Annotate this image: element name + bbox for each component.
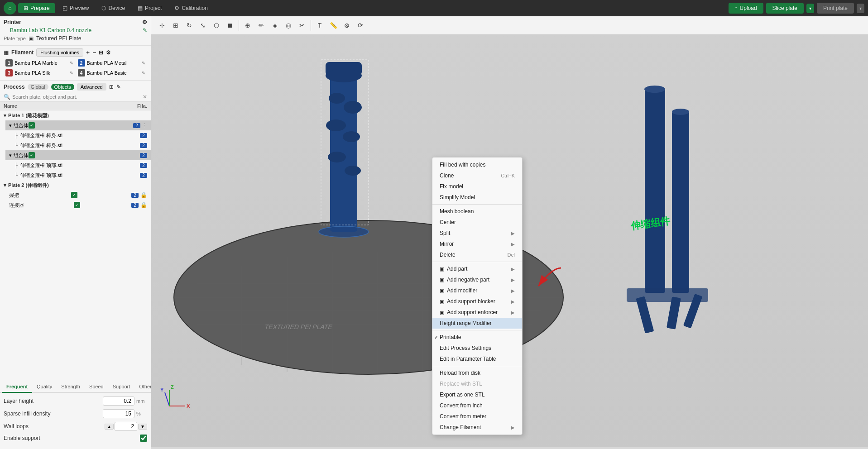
tool-assemble[interactable]: ⊗	[340, 19, 353, 32]
filament-item-3[interactable]: 3 Bambu PLA Silk ✎	[4, 68, 75, 77]
ctx-add-support-blocker[interactable]: ▣ Add support blocker ▶	[432, 296, 522, 307]
ctx-change-filament[interactable]: Change Filament ▶	[432, 422, 522, 433]
filament-gear-icon[interactable]: ⚙	[106, 49, 111, 56]
ctx-add-part[interactable]: ▣ Add part ▶	[432, 263, 522, 274]
plate-2-row[interactable]: ▾ Plate 2 (伸缩组件)	[0, 180, 151, 190]
tab-others[interactable]: Others	[134, 381, 151, 393]
ctx-split[interactable]: Split ▶	[432, 228, 522, 239]
filament-edit-4[interactable]: ✎	[142, 71, 145, 76]
wall-loops-input[interactable]	[115, 422, 137, 431]
tool-move[interactable]: ⊹	[156, 19, 168, 32]
slice-button[interactable]: Slice plate	[766, 3, 804, 14]
wall-loops-up[interactable]: ▼	[138, 424, 147, 430]
plate-type-value[interactable]: Textured PEI Plate	[36, 35, 81, 42]
tag-objects[interactable]: Objects	[51, 84, 74, 90]
tool-misc[interactable]: ⟳	[354, 19, 367, 32]
ctx-add-negative-part[interactable]: ▣ Add negative part ▶	[432, 274, 522, 285]
ctx-edit-parameter-table[interactable]: Edit in Parameter Table	[432, 353, 522, 364]
enable-support-checkbox[interactable]	[140, 435, 147, 442]
tree-item-stl-3[interactable]: ├ 伸缩金箍棒 顶部.stl 2	[11, 160, 151, 170]
home-btn[interactable]: ⌂	[4, 2, 16, 14]
tab-strength[interactable]: Strength	[57, 381, 85, 393]
connector-checkbox[interactable]	[74, 202, 80, 208]
ctx-convert-from-meter[interactable]: Convert from meter	[432, 411, 522, 422]
process-settings-icon[interactable]: ✎	[116, 84, 121, 90]
tree-item-stl-4[interactable]: └ 伸缩金箍棒 顶部.stl 2	[11, 170, 151, 180]
filament-edit-3[interactable]: ✎	[70, 71, 73, 76]
item-connector[interactable]: 连接器 2 🔒	[5, 200, 151, 210]
tool-rotate[interactable]: ↻	[183, 19, 196, 32]
ctx-export-as-one-stl[interactable]: Export as one STL	[432, 389, 522, 400]
tab-preview[interactable]: ◱ Preview	[57, 3, 95, 13]
advanced-button[interactable]: Advanced	[77, 83, 106, 91]
filament-edit-1[interactable]: ✎	[70, 61, 73, 66]
printer-edit-icon[interactable]: ✎	[143, 27, 147, 33]
printer-name[interactable]: Bambu Lab X1 Carbon 0.4 nozzle ✎	[4, 25, 147, 34]
upload-button[interactable]: ↑ Upload	[729, 3, 763, 14]
printer-settings-icon[interactable]: ⚙	[142, 19, 147, 25]
print-button[interactable]: Print plate	[817, 3, 854, 14]
group-2-checkbox[interactable]	[29, 152, 35, 158]
ctx-edit-process-settings[interactable]: Edit Process Settings	[432, 343, 522, 353]
item-grip[interactable]: 握把 2 🔒	[5, 190, 151, 200]
filament-item-1[interactable]: 1 Bambu PLA Marble ✎	[4, 58, 75, 67]
tool-orient[interactable]: ⬡	[210, 19, 223, 32]
group-2-row[interactable]: ▾ 组合体 2	[5, 150, 151, 160]
viewport-3d[interactable]: TEXTURED PEI PLATE	[151, 35, 868, 447]
tab-calibration[interactable]: ⚙ Calibration	[169, 3, 213, 13]
ctx-add-support-enforcer[interactable]: ▣ Add support enforcer ▶	[432, 307, 522, 318]
ctx-reload-from-disk[interactable]: Reload from disk	[432, 368, 522, 378]
tab-speed[interactable]: Speed	[85, 381, 108, 393]
ctx-height-range-modifier[interactable]: Height range Modifier	[432, 318, 522, 329]
tab-device[interactable]: ⬡ Device	[96, 3, 130, 13]
group-1-checkbox[interactable]	[29, 122, 35, 129]
tag-global[interactable]: Global	[28, 84, 48, 90]
layer-height-input[interactable]	[103, 396, 134, 406]
tool-select[interactable]: ⊕	[241, 19, 254, 32]
ctx-mirror[interactable]: Mirror ▶	[432, 239, 522, 249]
ctx-replace-with-stl[interactable]: Replace with STL	[432, 378, 522, 389]
wall-loops-down[interactable]: ▲	[105, 424, 114, 430]
tab-support[interactable]: Support	[108, 381, 135, 393]
tab-quality[interactable]: Quality	[32, 381, 57, 393]
filament-edit-2[interactable]: ✎	[142, 61, 145, 66]
tree-item-stl-1[interactable]: ├ 伸缩金箍棒 棒身.stl 2	[11, 130, 151, 140]
tool-cut[interactable]: ✂	[296, 19, 308, 32]
grip-checkbox[interactable]	[71, 192, 77, 198]
tool-text[interactable]: T	[313, 19, 326, 32]
clear-search-icon[interactable]: ✕	[143, 94, 147, 100]
group-1-row[interactable]: ▾ 组合体 2 ⋮	[5, 120, 151, 130]
filament-item-4[interactable]: 4 Bambu PLA Basic ✎	[76, 68, 148, 77]
tree-item-stl-2[interactable]: └ 伸缩金箍棒 棒身.stl 2	[11, 140, 151, 150]
ctx-fix-model[interactable]: Fix model	[432, 181, 522, 192]
ctx-printable[interactable]: Printable	[432, 332, 522, 343]
ctx-mesh-boolean[interactable]: Mesh boolean	[432, 206, 522, 217]
tab-prepare[interactable]: ⊞ Prepare	[18, 3, 55, 13]
ctx-fill-bed[interactable]: Fill bed with copies	[432, 159, 522, 170]
add-filament-icon[interactable]: +	[86, 49, 90, 56]
tool-paint[interactable]: ✏	[255, 19, 268, 32]
filament-settings-icon[interactable]: ⊞	[99, 49, 103, 56]
ctx-delete[interactable]: Delete Del	[432, 249, 522, 260]
infill-density-input[interactable]	[103, 409, 134, 418]
remove-filament-icon[interactable]: −	[92, 49, 96, 56]
ctx-center[interactable]: Center	[432, 217, 522, 228]
tool-measure[interactable]: 📏	[327, 19, 340, 32]
process-layout-icon[interactable]: ⊞	[109, 84, 114, 90]
print-arrow-button[interactable]: ▾	[857, 4, 864, 13]
slice-arrow-button[interactable]: ▾	[806, 4, 814, 13]
tab-frequent[interactable]: Frequent	[2, 381, 32, 393]
group-1-dots[interactable]: ⋮	[142, 123, 147, 129]
tool-support[interactable]: ◈	[269, 19, 281, 32]
ctx-simplify-model[interactable]: Simplify Model	[432, 192, 522, 203]
ctx-add-modifier[interactable]: ▣ Add modifier ▶	[432, 285, 522, 296]
tool-seam[interactable]: ◎	[282, 19, 295, 32]
tool-place[interactable]: ⏹	[224, 19, 236, 32]
flush-volumes-button[interactable]: Flushing volumes	[36, 48, 83, 57]
ctx-convert-from-inch[interactable]: Convert from inch	[432, 400, 522, 411]
tab-project[interactable]: ▤ Project	[132, 3, 167, 13]
plate-1-row[interactable]: ▾ Plate 1 (雕花模型)	[0, 110, 151, 120]
tool-scale[interactable]: ⤡	[197, 19, 209, 32]
ctx-clone[interactable]: Clone Ctrl+K	[432, 170, 522, 181]
tool-grid[interactable]: ⊞	[169, 19, 182, 32]
